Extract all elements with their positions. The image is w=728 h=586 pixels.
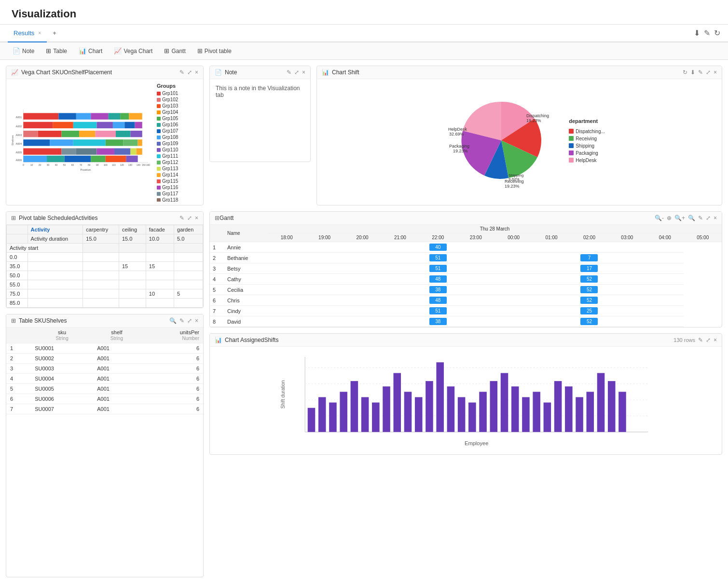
note-edit-icon[interactable]: ✎: [287, 69, 291, 76]
gantt-row: 2 Bethanie 51 7: [210, 253, 722, 263]
pie-close-icon[interactable]: ×: [714, 69, 717, 76]
assigned-expand-icon[interactable]: ⤢: [706, 337, 711, 343]
pie-header: 📊 Chart Shift ↻ ⬇ ✎ ⤢ ×: [317, 66, 722, 79]
assigned-close-icon[interactable]: ×: [714, 337, 717, 343]
svg-rect-37: [96, 122, 112, 128]
vega-edit-icon[interactable]: ✎: [179, 69, 184, 76]
svg-text:A006: A006: [16, 159, 22, 162]
sku-search-icon[interactable]: 🔍: [169, 317, 177, 324]
note-expand-icon[interactable]: ⤢: [294, 69, 299, 76]
tab-results[interactable]: Results ×: [8, 25, 47, 42]
edit-icon[interactable]: ✎: [704, 28, 710, 38]
gantt-time-0300: 03:00: [608, 233, 646, 242]
pivot-subrow-empty: [7, 234, 28, 244]
gantt-date-header: Thu 28 March: [268, 225, 722, 233]
pie-dot-dispatching: [569, 129, 574, 134]
pie-title: Chart Shift: [332, 69, 680, 76]
gantt-zoom-reset-icon[interactable]: ⊕: [667, 215, 672, 221]
download-icon[interactable]: ⬇: [694, 28, 700, 38]
pie-label-dispatching: Dispatching...: [576, 129, 605, 134]
pie-dot-helpdesk: [569, 158, 574, 163]
sku-table-title: Table SKUShelves: [19, 317, 166, 324]
svg-rect-56: [76, 148, 97, 154]
gantt-zoom-out-icon[interactable]: 🔍-: [655, 215, 664, 221]
gantt-bar-night: 17: [580, 265, 598, 272]
svg-text:140: 140: [137, 164, 140, 166]
gantt-scroll[interactable]: Name Thu 28 March 18:00 19:00 20:00 21:0…: [210, 225, 722, 327]
gantt-row: 1 Annie 40: [210, 242, 722, 253]
svg-text:100: 100: [104, 164, 108, 166]
legend-dot-grp112: [157, 161, 161, 164]
sku-panel: ⊞ Table SKUShelves 🔍 ✎ ⤢ × skuString she…: [6, 314, 204, 577]
pie-label-helpdesk: HelpDesk: [576, 158, 596, 163]
note-close-icon[interactable]: ×: [302, 69, 305, 76]
gantt-bar-night: 52: [580, 286, 598, 293]
gantt-data-table: Name Thu 28 March 18:00 19:00 20:00 21:0…: [210, 225, 722, 327]
pie-dot-packaging: [569, 150, 574, 155]
legend-dot-grp106: [157, 123, 161, 127]
svg-rect-36: [73, 122, 97, 128]
svg-rect-50: [73, 139, 106, 146]
legend-item-grp105: Grp105: [157, 116, 201, 121]
svg-rect-44: [79, 131, 95, 137]
gantt-time-1900: 19:00: [305, 233, 343, 242]
svg-rect-99: [458, 397, 466, 432]
svg-rect-39: [124, 122, 135, 128]
svg-rect-90: [361, 397, 369, 432]
refresh-icon[interactable]: ↻: [714, 28, 720, 38]
app-title: Visualization: [12, 8, 716, 20]
vega-expand-icon[interactable]: ⤢: [187, 69, 192, 76]
pivot-table-scroll[interactable]: Activity carpentry ceiling facade garden…: [6, 225, 203, 308]
gantt-edit-icon[interactable]: ✎: [698, 215, 703, 221]
vega-close-icon[interactable]: ×: [195, 69, 198, 76]
pivot-edit-icon[interactable]: ✎: [179, 215, 184, 221]
toolbar-vega[interactable]: 📈 Vega Chart: [109, 45, 157, 56]
svg-text:20: 20: [39, 164, 41, 166]
svg-rect-51: [106, 139, 124, 146]
svg-text:10: 10: [30, 164, 33, 166]
sku-table-scroll[interactable]: skuString shelfString unitsPerNumber 1SU…: [6, 327, 203, 414]
assigned-edit-icon[interactable]: ✎: [698, 337, 703, 343]
pivot-data-table: Activity carpentry ceiling facade garden…: [6, 225, 203, 308]
gantt-zoom-in-icon[interactable]: 🔍+: [674, 215, 685, 221]
sku-row: 2SU0002A0016: [6, 354, 203, 364]
gantt-time-2100: 21:00: [381, 233, 419, 242]
pie-expand-icon[interactable]: ⤢: [706, 69, 711, 76]
toolbar-chart[interactable]: 📊 Chart: [74, 45, 107, 56]
pie-edit-icon[interactable]: ✎: [698, 69, 703, 76]
pivot-close-icon[interactable]: ×: [195, 215, 198, 221]
svg-rect-103: [501, 373, 508, 432]
gantt-actions: 🔍- ⊕ 🔍+ 🔍 ✎ ⤢ ×: [655, 215, 717, 221]
svg-text:Dispatching: Dispatching: [526, 113, 549, 118]
assigned-chart-svg: Shift duration Employee: [215, 352, 717, 448]
vega-chart-body: Shelves A001 A002 A003 A004 A005 A006: [6, 79, 203, 202]
gantt-search-icon[interactable]: 🔍: [688, 215, 695, 221]
legend-item-grp114: Grp114: [157, 172, 201, 177]
legend-dot-grp110: [157, 148, 161, 152]
sku-close-icon[interactable]: ×: [195, 317, 198, 324]
svg-text:0: 0: [23, 164, 24, 166]
assigned-row-count: 130 rows: [673, 337, 695, 343]
gantt-close-icon[interactable]: ×: [714, 215, 717, 221]
pie-download-icon[interactable]: ⬇: [690, 69, 695, 76]
toolbar-pivot[interactable]: ⊞ Pivot table: [192, 45, 236, 56]
legend-item-grp116: Grp116: [157, 185, 201, 190]
toolbar-gantt[interactable]: ⊞ Gantt: [159, 45, 190, 56]
toolbar-table[interactable]: ⊞ Table: [41, 45, 72, 56]
gantt-expand-icon[interactable]: ⤢: [706, 215, 711, 221]
tab-add-label: +: [53, 29, 56, 37]
pivot-icon: ⊞: [197, 47, 203, 55]
toolbar-note[interactable]: 📄 Note: [8, 45, 39, 56]
pie-legend-helpdesk: HelpDesk: [569, 158, 605, 163]
sku-edit-icon[interactable]: ✎: [179, 317, 184, 324]
tab-results-close[interactable]: ×: [38, 30, 41, 36]
vega-icon: 📈: [114, 47, 122, 55]
svg-text:HelpDesk: HelpDesk: [448, 127, 467, 132]
svg-rect-100: [468, 403, 476, 432]
tab-add[interactable]: +: [47, 25, 62, 42]
gantt-bar-night: 52: [580, 275, 598, 283]
sku-expand-icon[interactable]: ⤢: [187, 317, 192, 324]
sku-col-num: [6, 327, 31, 343]
pie-refresh-icon[interactable]: ↻: [683, 69, 687, 76]
pivot-expand-icon[interactable]: ⤢: [187, 215, 192, 221]
